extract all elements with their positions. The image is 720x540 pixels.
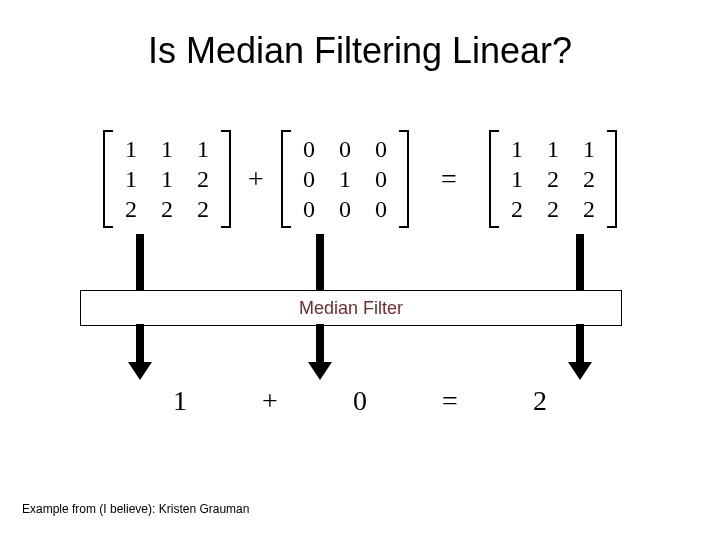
- matrix-cell: 2: [535, 194, 571, 224]
- svg-rect-1: [316, 234, 324, 292]
- svg-marker-8: [568, 362, 592, 380]
- arrow-down-icon: [573, 234, 593, 292]
- matrix-cell: 2: [571, 194, 607, 224]
- result-b: 0: [295, 385, 425, 417]
- svg-rect-0: [136, 234, 144, 292]
- matrix-cell: 0: [327, 134, 363, 164]
- matrix-cell: 0: [291, 194, 327, 224]
- matrix-cell: 1: [499, 164, 535, 194]
- matrix-cell: 0: [363, 164, 399, 194]
- matrix-cell: 0: [363, 134, 399, 164]
- slide: Is Median Filtering Linear? 1 1 1 1 1 2 …: [0, 0, 720, 540]
- matrix-a: 1 1 1 1 1 2 2 2 2: [103, 130, 231, 228]
- result-a: 1: [115, 385, 245, 417]
- matrix-cell: 1: [499, 134, 535, 164]
- equation-row: 1 1 1 1 1 2 2 2 2 + 0: [40, 130, 680, 228]
- arrow-down-icon: [308, 324, 328, 380]
- results-row: 1 + 0 = 2: [40, 385, 680, 417]
- arrow-down-icon: [568, 324, 588, 380]
- matrix-cell: 1: [185, 134, 221, 164]
- matrix-cell: 1: [535, 134, 571, 164]
- matrix-cell: 0: [291, 134, 327, 164]
- matrix-cell: 0: [291, 164, 327, 194]
- matrix-cell: 1: [113, 134, 149, 164]
- matrix-c: 1 1 1 1 2 2 2 2 2: [489, 130, 617, 228]
- matrix-cell: 2: [149, 194, 185, 224]
- arrow-down-icon: [133, 234, 153, 292]
- matrix-cell: 1: [149, 134, 185, 164]
- matrix-cell: 2: [571, 164, 607, 194]
- equals-operator: =: [409, 163, 489, 195]
- arrow-down-icon: [313, 234, 333, 292]
- slide-title: Is Median Filtering Linear?: [0, 30, 720, 72]
- matrix-cell: 2: [185, 194, 221, 224]
- matrix-cell: 1: [113, 164, 149, 194]
- matrix-cell: 1: [327, 164, 363, 194]
- matrix-cell: 2: [185, 164, 221, 194]
- matrix-b: 0 0 0 0 1 0 0 0 0: [281, 130, 409, 228]
- matrix-cell: 2: [499, 194, 535, 224]
- plus-operator: +: [245, 385, 295, 417]
- svg-rect-7: [576, 324, 584, 364]
- median-filter-label: Median Filter: [299, 298, 403, 318]
- median-filter-box: Median Filter: [80, 290, 622, 326]
- matrix-cell: 0: [327, 194, 363, 224]
- arrow-down-icon: [128, 324, 148, 380]
- matrix-cell: 1: [571, 134, 607, 164]
- plus-operator: +: [231, 163, 281, 195]
- matrix-cell: 2: [535, 164, 571, 194]
- svg-rect-2: [576, 234, 584, 292]
- svg-marker-6: [308, 362, 332, 380]
- svg-marker-4: [128, 362, 152, 380]
- matrix-cell: 0: [363, 194, 399, 224]
- equals-operator: =: [425, 385, 475, 417]
- svg-rect-5: [316, 324, 324, 364]
- matrix-cell: 1: [149, 164, 185, 194]
- attribution-footer: Example from (I believe): Kristen Grauma…: [22, 502, 249, 516]
- result-c: 2: [475, 385, 605, 417]
- svg-rect-3: [136, 324, 144, 364]
- matrix-cell: 2: [113, 194, 149, 224]
